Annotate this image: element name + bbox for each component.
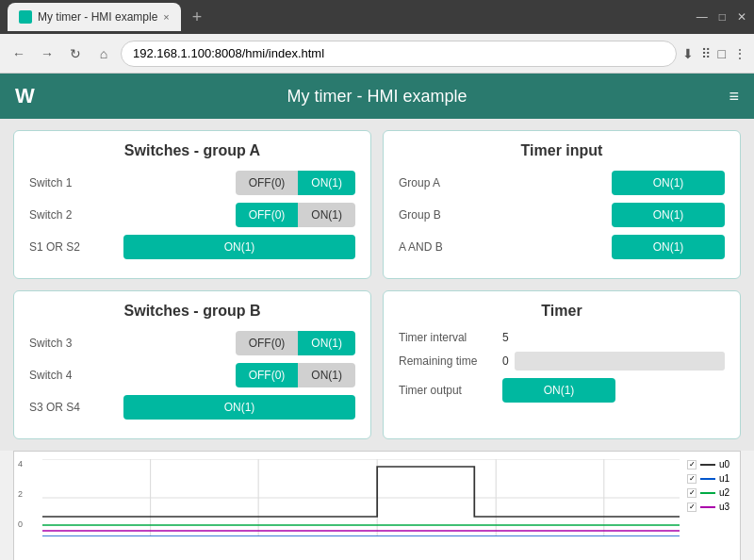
new-tab-button[interactable]: + bbox=[192, 8, 203, 27]
a-and-b-buttons: ON(1) bbox=[493, 235, 725, 259]
legend-u3-check[interactable]: ✓ bbox=[687, 502, 697, 512]
switch-2-off-button[interactable]: OFF(0) bbox=[236, 203, 299, 227]
legend-u1-label: u1 bbox=[719, 473, 729, 484]
switch-2-on-button[interactable]: ON(1) bbox=[298, 203, 355, 227]
home-button[interactable]: ⌂ bbox=[92, 42, 115, 65]
switch-1-buttons: OFF(0) ON(1) bbox=[123, 171, 355, 195]
s1-or-s2-buttons: ON(1) bbox=[123, 235, 355, 259]
timer-interval-label: Timer interval bbox=[399, 331, 502, 344]
toolbar-right: ⬇ ⠿ □ ⋮ bbox=[682, 46, 746, 61]
group-a-row: Group A ON(1) bbox=[399, 171, 725, 195]
close-window-button[interactable]: ✕ bbox=[737, 10, 746, 24]
tab-label: My timer - HMI example bbox=[38, 10, 157, 24]
bookmarks-icon: ⠿ bbox=[701, 46, 711, 61]
timer-remaining-value: 0 bbox=[502, 354, 509, 368]
legend-u1: ✓ u1 bbox=[687, 473, 736, 484]
timer-progress-bar bbox=[515, 352, 725, 371]
switches-group-b-card: Switches - group B Switch 3 OFF(0) ON(1)… bbox=[13, 290, 371, 439]
switch-4-row: Switch 4 OFF(0) ON(1) bbox=[29, 363, 355, 387]
legend-u1-line bbox=[700, 478, 715, 480]
legend-u3: ✓ u3 bbox=[687, 502, 736, 512]
switch-3-on-button[interactable]: ON(1) bbox=[298, 331, 355, 355]
timer-card: Timer Timer interval 5 Remaining time 0 … bbox=[383, 290, 741, 439]
timer-output-button[interactable]: ON(1) bbox=[502, 378, 615, 403]
chart-legend: ✓ u0 ✓ u1 ✓ u2 ✓ u3 bbox=[683, 452, 740, 560]
group-b-buttons: ON(1) bbox=[493, 203, 725, 227]
back-button[interactable]: ← bbox=[8, 42, 30, 65]
a-and-b-button[interactable]: ON(1) bbox=[612, 235, 725, 259]
s1-or-s2-label: S1 OR S2 bbox=[29, 240, 123, 254]
app-menu-button[interactable]: ≡ bbox=[729, 87, 739, 107]
switch-4-on-button[interactable]: ON(1) bbox=[298, 363, 355, 387]
group-a-button[interactable]: ON(1) bbox=[612, 171, 725, 195]
a-and-b-row: A AND B ON(1) bbox=[399, 235, 725, 259]
minimize-button[interactable]: — bbox=[697, 10, 708, 24]
switch-2-label: Switch 2 bbox=[29, 208, 123, 222]
chart-main: 4 2 0 15:22:55 15:23 bbox=[14, 452, 683, 560]
forward-button[interactable]: → bbox=[36, 42, 58, 65]
window-controls: — □ ✕ bbox=[697, 10, 746, 24]
s3-or-s4-buttons: ON(1) bbox=[123, 395, 355, 420]
group-b-button[interactable]: ON(1) bbox=[612, 203, 725, 227]
timer-output-row: Timer output ON(1) bbox=[399, 378, 725, 403]
switch-4-buttons: OFF(0) ON(1) bbox=[123, 363, 355, 387]
group-b-row: Group B ON(1) bbox=[399, 203, 725, 227]
y-label-4: 4 bbox=[18, 459, 23, 469]
switches-group-a-card: Switches - group A Switch 1 OFF(0) ON(1)… bbox=[13, 130, 371, 279]
switches-group-b-title: Switches - group B bbox=[29, 303, 355, 320]
y-label-0: 0 bbox=[18, 519, 23, 529]
app-logo: W bbox=[15, 84, 35, 108]
menu-icon[interactable]: ⋮ bbox=[733, 46, 746, 61]
switch-3-buttons: OFF(0) ON(1) bbox=[123, 331, 355, 355]
switches-group-a-title: Switches - group A bbox=[29, 142, 355, 159]
extensions-icon: □ bbox=[718, 46, 726, 61]
switch-3-row: Switch 3 OFF(0) ON(1) bbox=[29, 331, 355, 355]
legend-u0-check[interactable]: ✓ bbox=[687, 460, 697, 469]
s3-or-s4-row: S3 OR S4 ON(1) bbox=[29, 395, 355, 420]
maximize-button[interactable]: □ bbox=[719, 10, 726, 24]
timer-input-card: Timer input Group A ON(1) Group B ON(1) … bbox=[383, 130, 741, 279]
browser-titlebar: My timer - HMI example × + — □ ✕ bbox=[0, 0, 754, 34]
address-bar[interactable] bbox=[121, 41, 677, 67]
legend-u0: ✓ u0 bbox=[687, 459, 736, 469]
timer-remaining-row: Remaining time 0 bbox=[399, 352, 725, 371]
s3-or-s4-button[interactable]: ON(1) bbox=[123, 395, 355, 420]
switch-1-off-button[interactable]: OFF(0) bbox=[236, 171, 299, 195]
tab-favicon bbox=[19, 10, 32, 24]
tab-close-button[interactable]: × bbox=[163, 11, 169, 23]
switch-3-label: Switch 3 bbox=[29, 337, 123, 350]
app-title: My timer - HMI example bbox=[287, 87, 467, 107]
timer-output-label: Timer output bbox=[399, 384, 502, 397]
browser-toolbar: ← → ↻ ⌂ ⬇ ⠿ □ ⋮ bbox=[0, 34, 754, 74]
legend-u0-label: u0 bbox=[719, 459, 729, 469]
legend-u3-line bbox=[700, 506, 715, 508]
group-a-buttons: ON(1) bbox=[493, 171, 725, 195]
switch-4-off-button[interactable]: OFF(0) bbox=[236, 363, 299, 387]
switch-2-buttons: OFF(0) ON(1) bbox=[123, 203, 355, 227]
timer-input-title: Timer input bbox=[399, 142, 725, 159]
main-content: Switches - group A Switch 1 OFF(0) ON(1)… bbox=[0, 119, 754, 451]
group-a-label: Group A bbox=[399, 176, 493, 189]
s1-or-s2-button[interactable]: ON(1) bbox=[123, 235, 355, 259]
s1-or-s2-row: S1 OR S2 ON(1) bbox=[29, 235, 355, 259]
switch-3-off-button[interactable]: OFF(0) bbox=[236, 331, 299, 355]
group-b-label: Group B bbox=[399, 208, 493, 222]
s3-or-s4-label: S3 OR S4 bbox=[29, 401, 123, 414]
switch-1-label: Switch 1 bbox=[29, 176, 123, 189]
timer-interval-value: 5 bbox=[502, 331, 509, 344]
switch-1-on-button[interactable]: ON(1) bbox=[298, 171, 355, 195]
legend-u2-check[interactable]: ✓ bbox=[687, 488, 697, 498]
legend-u1-check[interactable]: ✓ bbox=[687, 474, 697, 484]
download-icon: ⬇ bbox=[682, 46, 694, 61]
y-label-2: 2 bbox=[18, 489, 23, 499]
switch-4-label: Switch 4 bbox=[29, 369, 123, 382]
legend-u2: ✓ u2 bbox=[687, 487, 736, 498]
switch-2-row: Switch 2 OFF(0) ON(1) bbox=[29, 203, 355, 227]
a-and-b-label: A AND B bbox=[399, 240, 493, 254]
active-tab[interactable]: My timer - HMI example × bbox=[8, 3, 181, 31]
legend-u2-label: u2 bbox=[719, 487, 729, 498]
chart-area: 4 2 0 15:22:55 15:23 bbox=[13, 451, 741, 560]
legend-u0-line bbox=[700, 464, 715, 466]
switch-1-row: Switch 1 OFF(0) ON(1) bbox=[29, 171, 355, 195]
reload-button[interactable]: ↻ bbox=[64, 42, 87, 65]
